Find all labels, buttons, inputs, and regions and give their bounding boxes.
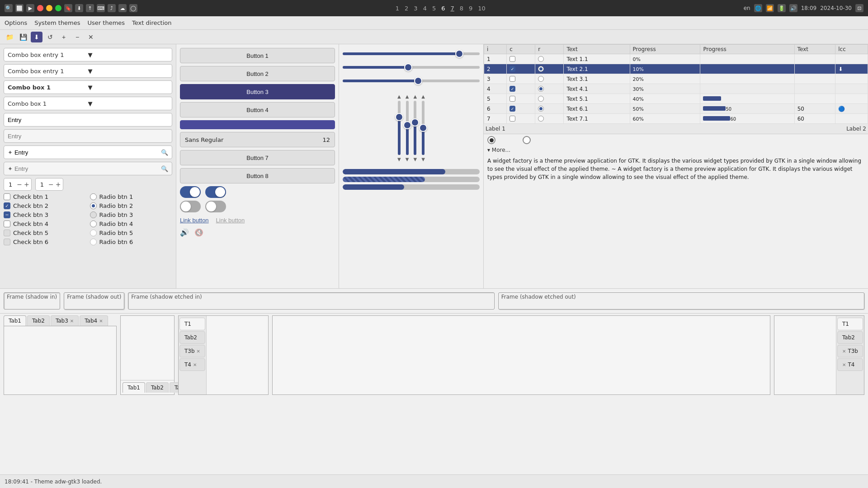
h-slider-3-track[interactable]	[343, 80, 480, 82]
check-btn-3[interactable]: − Check btn 3	[4, 211, 86, 218]
radio-large-2[interactable]	[523, 136, 531, 144]
topbar-tab-1[interactable]: 1	[394, 4, 401, 13]
vtab-2-t4-close[interactable]: ✕	[842, 362, 846, 367]
cell-r-6[interactable]	[535, 104, 564, 114]
radio-btn-6[interactable]: Radio btn 6	[90, 239, 173, 245]
topbar-tab-6[interactable]: 6	[439, 4, 447, 13]
table-radio-6[interactable]	[538, 106, 544, 112]
cell-c-6[interactable]: ✓	[507, 104, 535, 114]
scale-down-4[interactable]: ▼	[421, 157, 425, 162]
scale-down-3[interactable]: ▼	[414, 157, 417, 162]
terminal-icon[interactable]: ⌨	[97, 4, 105, 12]
table-row[interactable]: 4 ✓ Text 4.1 30%	[484, 84, 868, 94]
menu-text-direction[interactable]: Text direction	[132, 19, 171, 26]
arrow-icon[interactable]: ↑	[86, 4, 94, 12]
vtab-1-t4[interactable]: T4 ✕	[179, 358, 205, 371]
h-slider-2-thumb[interactable]	[404, 63, 412, 71]
combo-box-2[interactable]: Combo box entry 1 ▼	[4, 64, 172, 78]
h-slider-1-track[interactable]	[343, 52, 480, 55]
toggle-4[interactable]	[205, 201, 226, 212]
check-btn-6[interactable]: Check btn 6	[4, 239, 86, 245]
radio-circle-2[interactable]	[90, 202, 97, 209]
maximize-dot[interactable]	[55, 5, 61, 11]
v-slider-1-thumb[interactable]	[395, 113, 403, 121]
link-button-1[interactable]: Link button	[180, 217, 209, 224]
cloud-icon[interactable]: ☁	[118, 4, 127, 12]
htab-1-tab1[interactable]: Tab1	[4, 315, 26, 326]
check-btn-4[interactable]: Check btn 4	[4, 221, 86, 227]
table-radio-4[interactable]	[538, 86, 544, 92]
topbar-tab-4[interactable]: 4	[421, 4, 429, 13]
vtab-2-tab2[interactable]: Tab2	[837, 331, 863, 344]
table-check-3[interactable]	[509, 76, 515, 82]
v-slider-4-thumb[interactable]	[419, 124, 427, 132]
v-slider-3[interactable]	[414, 101, 416, 155]
v-slider-2[interactable]	[406, 101, 409, 155]
topbar-tab-8[interactable]: 8	[458, 4, 465, 13]
vtab-2-t1[interactable]: T1	[837, 318, 863, 330]
cell-c-7[interactable]	[507, 114, 535, 124]
battery-icon[interactable]: 🔋	[778, 4, 786, 12]
v-slider-4[interactable]	[422, 101, 425, 155]
button-8[interactable]: Button 8	[180, 168, 335, 183]
htab-1-tab4[interactable]: Tab4 ✕	[80, 315, 108, 326]
radio-btn-1[interactable]: Radio btn 1	[90, 193, 173, 200]
h-slider-3-thumb[interactable]	[414, 77, 422, 85]
table-radio-2[interactable]	[538, 66, 544, 72]
entry-field-3[interactable]: ✦ 🔍	[4, 145, 172, 159]
h-slider-1-thumb[interactable]	[455, 50, 463, 58]
table-check-5[interactable]	[509, 96, 515, 102]
htab-1-tab3-close[interactable]: ✕	[70, 319, 74, 324]
radio-btn-2[interactable]: Radio btn 2	[90, 202, 173, 209]
v-slider-3-thumb[interactable]	[411, 118, 419, 127]
table-radio-3[interactable]	[538, 76, 544, 82]
button-4[interactable]: Button 4	[180, 102, 335, 117]
radio-large-1[interactable]	[487, 136, 495, 144]
spinner-1[interactable]: 1 − +	[4, 178, 32, 191]
vtab-1-t4-close[interactable]: ✕	[193, 362, 197, 367]
btab-bottom-tab1[interactable]: Tab1	[123, 382, 145, 393]
signal-icon[interactable]: 📶	[766, 4, 774, 12]
check-box-5[interactable]	[4, 230, 10, 236]
check-btn-5[interactable]: Check btn 5	[4, 230, 86, 236]
entry-input-4[interactable]	[14, 165, 159, 172]
search-icon[interactable]: 🔍	[5, 4, 13, 12]
circle-icon[interactable]: ◯	[129, 4, 137, 12]
menu-user-themes[interactable]: User themes	[88, 19, 125, 26]
vtab-1-t3b-close[interactable]: ✕	[197, 349, 200, 354]
entry-field-4[interactable]: ✦ 🔍	[4, 162, 172, 175]
volume-on-icon[interactable]: 🔊	[180, 228, 189, 237]
radio-large-circle-1[interactable]	[487, 136, 495, 144]
toggle-1[interactable]	[180, 186, 201, 198]
entry-input-2[interactable]	[8, 133, 168, 140]
audio-icon[interactable]: 🔊	[789, 4, 797, 12]
radio-btn-5[interactable]: Radio btn 5	[90, 230, 173, 236]
menu-system-themes[interactable]: System themes	[34, 19, 80, 26]
table-radio-5[interactable]	[538, 96, 544, 102]
radio-circle-5[interactable]	[90, 230, 97, 236]
table-radio-1[interactable]	[538, 56, 544, 62]
browser-icon[interactable]: 🌐	[754, 4, 762, 12]
h-slider-2-track[interactable]	[343, 66, 480, 69]
minimize-dot[interactable]	[46, 5, 52, 11]
toolbar-refresh-btn[interactable]: ↺	[44, 32, 56, 42]
radio-circle-6[interactable]	[90, 239, 97, 245]
toolbar-close-btn[interactable]: ✕	[85, 32, 97, 42]
topbar-tab-3[interactable]: 3	[412, 4, 419, 13]
button-7[interactable]: Button 7	[180, 150, 335, 165]
bookmark-icon[interactable]: 🔖	[64, 4, 72, 12]
topbar-tab-7[interactable]: 7	[448, 4, 456, 13]
htab-1-tab3[interactable]: Tab3 ✕	[51, 315, 79, 326]
scale-up-4[interactable]: ▲	[421, 94, 425, 99]
spinner-2[interactable]: 1 − +	[35, 178, 63, 191]
htab-1-tab4-close[interactable]: ✕	[99, 319, 103, 324]
spinner-2-inc[interactable]: +	[56, 181, 61, 188]
check-box-1[interactable]	[4, 193, 10, 200]
cell-r-4[interactable]	[535, 84, 564, 94]
radio-btn-3[interactable]: Radio btn 3	[90, 211, 173, 218]
scale-up-2[interactable]: ▲	[406, 94, 409, 99]
entry-input-1[interactable]	[8, 117, 168, 123]
scale-down-2[interactable]: ▼	[406, 157, 409, 162]
vtab-1-tab2[interactable]: Tab2	[179, 331, 205, 344]
topbar-tab-2[interactable]: 2	[403, 4, 410, 13]
